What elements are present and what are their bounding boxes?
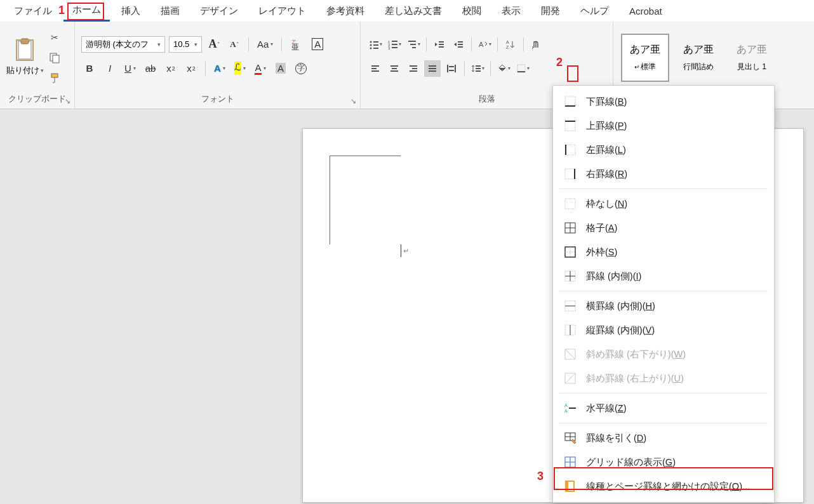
svg-rect-50 [476,70,481,72]
copy-icon[interactable] [48,51,62,65]
menu-outside-borders[interactable]: 外枠(S) [553,240,774,264]
paste-label: 貼り付け [6,65,39,76]
svg-rect-5 [51,74,58,77]
decrease-indent-button[interactable] [431,36,448,53]
shrink-font-button[interactable]: Aˇ [226,36,243,53]
tab-acrobat[interactable]: Acrobat [620,2,671,20]
align-justify-button[interactable] [424,60,441,77]
tab-insert[interactable]: 挿入 [112,1,149,21]
strike-button[interactable]: ab [142,60,159,77]
borders-button[interactable] [514,60,531,77]
style-normal[interactable]: あア亜 ↵ 標準 [621,34,669,82]
svg-rect-19 [392,47,397,48]
text-effects-button[interactable]: A [211,60,228,77]
align-left-button[interactable] [367,60,384,77]
menu-bottom-border[interactable]: 下罫線(B) [553,90,774,114]
menu-right-border[interactable]: 右罫線(R) [553,162,774,186]
svg-rect-56 [565,121,575,122]
tab-home[interactable]: ホーム [63,0,110,22]
align-distribute-button[interactable] [443,60,460,77]
clipboard-group-label: クリップボード ↘ [0,91,74,109]
character-shading-button[interactable]: A [272,60,289,77]
line-spacing-button[interactable] [469,60,486,77]
group-clipboard: 貼り付け ▾ ✂ クリップボード ↘ [0,22,75,109]
svg-rect-53 [565,96,575,107]
increase-indent-button[interactable] [450,36,467,53]
font-name-combo[interactable]: 游明朝 (本文のフ▾ [81,36,165,53]
svg-text:A: A [564,409,568,413]
svg-rect-23 [439,41,444,43]
font-size-combo[interactable]: 10.5▾ [169,36,202,53]
shading-button[interactable] [495,60,512,77]
svg-rect-54 [565,105,575,107]
sort-button[interactable]: AZ [502,36,519,53]
svg-rect-47 [449,70,454,71]
tab-view[interactable]: 表示 [493,1,530,21]
menu-inside-h-border[interactable]: 横罫線 (内側)(H) [553,294,774,318]
svg-rect-33 [371,68,377,69]
svg-text:Z: Z [506,45,509,50]
paste-button[interactable]: 貼り付け ▾ [6,65,44,76]
svg-text:3: 3 [388,46,390,50]
italic-button[interactable]: I [102,60,118,77]
svg-rect-57 [565,145,575,155]
format-painter-icon[interactable] [48,71,62,85]
numbering-button[interactable]: 123 [386,36,403,53]
paste-icon[interactable] [14,37,37,63]
tab-file[interactable]: ファイル [5,1,61,21]
menu-all-borders[interactable]: 格子(A) [553,216,774,240]
svg-line-78 [565,373,575,383]
svg-rect-25 [439,46,444,48]
align-right-button[interactable] [405,60,422,77]
bold-button[interactable]: B [81,60,98,77]
svg-text:亜: 亜 [291,43,299,51]
menu-separator [559,393,768,394]
underline-button[interactable]: U [122,60,138,77]
menu-no-border[interactable]: 枠なし(N) [553,192,774,216]
menu-left-border[interactable]: 左罫線(L) [553,138,774,162]
show-marks-button[interactable] [528,36,545,53]
menu-borders-and-shading[interactable]: 線種とページ罫線と網かけの設定(O)... [553,474,774,498]
highlight-button[interactable]: ℒ [232,60,248,77]
phonetic-guide-button[interactable]: ア亜 [288,36,305,53]
tab-developer[interactable]: 開発 [532,1,569,21]
menu-inside-borders[interactable]: 罫線 (内側)(I) [553,264,774,288]
menu-view-gridlines[interactable]: グリッド線の表示(G) [553,450,774,474]
svg-rect-26 [458,41,463,43]
tab-mailings[interactable]: 差し込み文書 [376,1,451,21]
menu-diag-up-border: 斜め罫線 (右上がり)(U) [553,366,774,390]
tab-draw[interactable]: 描画 [152,1,189,21]
menu-inside-v-border[interactable]: 縦罫線 (内側)(V) [553,318,774,342]
menu-draw-table[interactable]: 罫線を引く(D) [553,426,774,450]
bullets-button[interactable] [367,36,384,53]
font-dialog-launcher[interactable]: ↘ [349,97,357,106]
enclose-char-button[interactable]: 字 [293,60,309,77]
grow-font-button[interactable]: Aˆ [206,36,222,53]
subscript-button[interactable]: x2 [163,60,179,77]
menu-top-border[interactable]: 上罫線(P) [553,114,774,138]
svg-point-12 [370,47,371,49]
change-case-button[interactable]: Aa [255,36,276,53]
menu-horizontal-line[interactable]: AA 水平線(Z) [553,396,774,420]
tab-layout[interactable]: レイアウト [250,1,315,21]
superscript-button[interactable]: x2 [183,60,199,77]
style-heading1[interactable]: あア亜 見出し 1 [728,34,776,82]
top-border-icon [563,119,577,133]
menu-separator [559,189,768,189]
inside-h-border-icon [563,299,577,313]
style-nospace[interactable]: あア亜 行間詰め [674,34,723,82]
right-border-icon [563,167,577,181]
tab-help[interactable]: ヘルプ [571,1,618,21]
character-border-button[interactable]: A [309,36,326,53]
align-center-button[interactable] [386,60,403,77]
tab-review[interactable]: 校閲 [453,1,490,21]
cut-icon[interactable]: ✂ [48,30,62,44]
group-font: 游明朝 (本文のフ▾ 10.5▾ Aˆ Aˇ Aa ア亜 A B I U [75,22,361,109]
svg-rect-39 [412,68,417,69]
multilevel-button[interactable] [405,36,422,53]
tab-references[interactable]: 参考資料 [317,1,373,21]
tab-design[interactable]: デザイン [191,1,247,21]
font-color-button[interactable]: A [252,60,269,77]
clipboard-dialog-launcher[interactable]: ↘ [63,97,72,106]
text-direction-button[interactable]: A [476,36,493,53]
